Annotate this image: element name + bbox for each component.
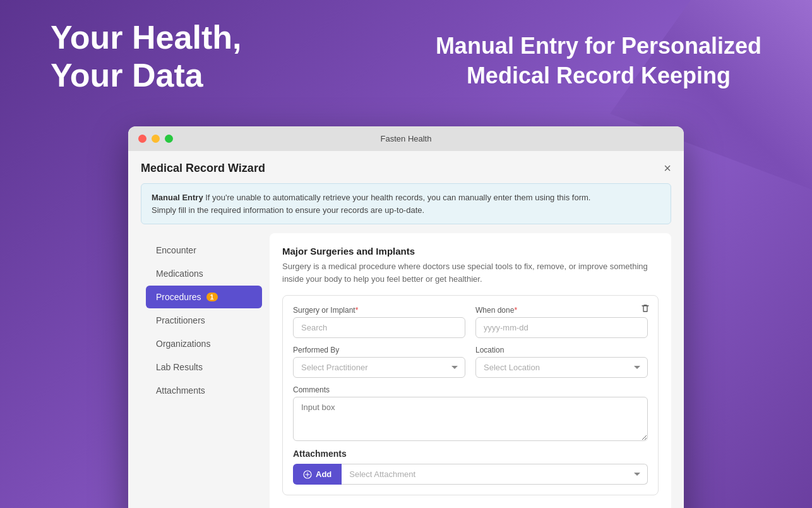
procedures-badge: 1 <box>206 293 218 301</box>
surgery-when-row: Surgery or Implant* When done* <box>293 306 648 338</box>
section-desc: Surgery is a medical procedure where doc… <box>282 260 659 285</box>
main-form: Major Surgeries and Implants Surgery is … <box>270 233 671 508</box>
form-card: Surgery or Implant* When done* <box>282 295 659 495</box>
surgery-label: Surgery or Implant* <box>293 306 465 315</box>
modal-window: Fasten Health Medical Record Wizard × Ma… <box>128 126 684 508</box>
window-minimize-btn[interactable] <box>152 135 160 143</box>
location-group: Location Select Location <box>475 346 648 378</box>
attachments-row: Add Select Attachment <box>293 464 648 485</box>
info-banner-text1: If you're unable to automatically retrie… <box>203 193 591 202</box>
comments-group: Comments <box>293 385 648 441</box>
info-banner-bold: Manual Entry <box>152 193 203 202</box>
sidebar-item-lab-results[interactable]: Lab Results <box>146 356 262 378</box>
window-close-btn[interactable] <box>138 135 146 143</box>
sidebar-item-attachments[interactable]: Attachments <box>146 379 262 402</box>
headline-right: Manual Entry for PersonalizedMedical Rec… <box>436 32 761 91</box>
section-title: Major Surgeries and Implants <box>282 246 659 257</box>
sidebar-item-label: Attachments <box>156 385 205 396</box>
location-label: Location <box>475 346 648 354</box>
comments-textarea[interactable] <box>293 397 648 441</box>
sidebar-item-procedures[interactable]: Procedures 1 <box>146 286 262 308</box>
sidebar-item-label: Medications <box>156 269 203 279</box>
info-banner: Manual Entry If you're unable to automat… <box>141 183 671 224</box>
sidebar-item-label: Lab Results <box>156 362 203 372</box>
when-done-group: When done* <box>475 306 648 338</box>
sidebar-item-medications[interactable]: Medications <box>146 262 262 285</box>
add-button-label: Add <box>316 469 331 479</box>
header-left: Your Health, Your Data <box>51 19 241 95</box>
sidebar-item-label: Procedures <box>156 292 201 302</box>
headline-left: Your Health, Your Data <box>51 19 241 95</box>
performed-by-label: Performed By <box>293 346 465 354</box>
sidebar-item-label: Encounter <box>156 245 196 255</box>
when-done-input[interactable] <box>475 317 648 338</box>
modal-body: Medical Record Wizard × Manual Entry If … <box>128 151 684 508</box>
surgery-input[interactable] <box>293 317 465 338</box>
add-attachment-button[interactable]: Add <box>293 464 342 485</box>
attachment-select[interactable]: Select Attachment <box>342 464 648 485</box>
sidebar-item-practitioners[interactable]: Practitioners <box>146 309 262 332</box>
delete-button[interactable] <box>640 303 650 316</box>
modal-title: Fasten Health <box>381 134 432 143</box>
practitioner-select[interactable]: Select Practitioner <box>293 357 465 378</box>
when-done-label: When done* <box>475 306 648 315</box>
location-select[interactable]: Select Location <box>475 357 648 378</box>
sidebar: Encounter Medications Procedures 1 Pract… <box>141 233 267 508</box>
sidebar-item-label: Practitioners <box>156 315 205 325</box>
window-buttons <box>138 135 173 143</box>
sidebar-item-label: Organizations <box>156 339 210 349</box>
modal-header-bar: Medical Record Wizard × <box>141 161 671 183</box>
sidebar-item-encounter[interactable]: Encounter <box>146 239 262 262</box>
info-banner-text2: Simply fill in the required information … <box>152 205 424 215</box>
comments-label: Comments <box>293 385 648 394</box>
wizard-title: Medical Record Wizard <box>141 162 265 175</box>
performed-location-row: Performed By Select Practitioner Locatio… <box>293 346 648 378</box>
performed-by-group: Performed By Select Practitioner <box>293 346 465 378</box>
surgery-group: Surgery or Implant* <box>293 306 465 338</box>
header-right: Manual Entry for PersonalizedMedical Rec… <box>436 32 761 91</box>
sidebar-item-organizations[interactable]: Organizations <box>146 332 262 355</box>
modal-titlebar: Fasten Health <box>128 126 684 151</box>
content-area: Encounter Medications Procedures 1 Pract… <box>141 233 671 508</box>
modal-close-button[interactable]: × <box>664 161 671 176</box>
attachments-section-label: Attachments <box>293 449 648 459</box>
window-maximize-btn[interactable] <box>165 135 173 143</box>
